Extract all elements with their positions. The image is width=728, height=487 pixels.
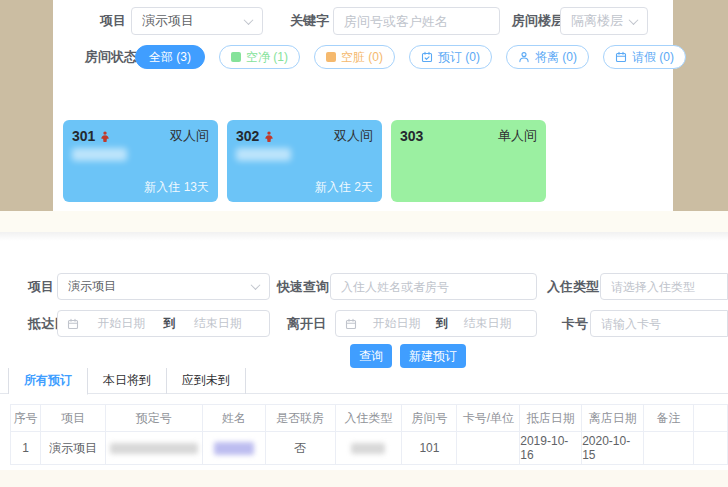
status-departing-label: 将离 (0)	[535, 49, 577, 66]
card-number-input[interactable]	[601, 317, 717, 331]
status-leave-button[interactable]: 请假 (0)	[603, 45, 686, 69]
departure-date-label: 离开日	[287, 310, 326, 337]
keyword-label: 关键字	[290, 7, 329, 35]
start-date-placeholder: 开始日期	[79, 315, 164, 332]
card-number-input-box	[590, 310, 728, 337]
status-all-label: 全部 (3)	[149, 49, 191, 66]
departure-date-range-picker[interactable]: 开始日期 到 结束日期	[335, 310, 537, 337]
header-booking-no: 预定号	[106, 405, 203, 432]
status-all-button[interactable]: 全部 (3)	[135, 45, 205, 69]
header-name: 姓名	[203, 405, 266, 432]
checkin-type-input[interactable]	[611, 280, 717, 294]
top-shadow	[0, 232, 728, 241]
cell-room-no: 101	[402, 432, 457, 465]
room-card-302[interactable]: 302 双人间 新入住 2天	[227, 120, 382, 202]
status-leave-label: 请假 (0)	[632, 49, 674, 66]
tab-all-reservations[interactable]: 所有预订	[9, 368, 88, 395]
floor-select[interactable]: 隔离楼层	[560, 7, 648, 35]
checkin-type-redacted	[351, 443, 385, 454]
table-row[interactable]: 1 演示项目 否 101 2019-10-16 2020-10-15	[10, 432, 728, 465]
tab-expected-not-arrived[interactable]: 应到未到	[167, 368, 246, 394]
range-separator: 到	[436, 315, 448, 332]
quick-search-label: 快速查询	[277, 273, 329, 300]
reservation-filter-row-1: 项目 演示项目 快速查询 入住类型	[0, 273, 728, 300]
person-icon	[518, 51, 530, 63]
cell-checkin-type	[336, 432, 403, 465]
project-select-value: 演示项目	[142, 12, 245, 30]
header-arrival-date: 抵店日期	[520, 405, 582, 432]
end-date-placeholder: 结束日期	[448, 315, 527, 332]
tab-arriving-today[interactable]: 本日将到	[88, 368, 167, 394]
cell-booking-no	[106, 432, 203, 465]
cell-extra	[694, 432, 728, 465]
status-reserved-button[interactable]: 预订 (0)	[409, 45, 492, 69]
header-remark: 备注	[644, 405, 694, 432]
green-square-icon	[231, 52, 241, 62]
guest-name-redacted	[236, 148, 291, 161]
booking-no-redacted	[110, 443, 198, 454]
occupied-person-icon	[264, 131, 274, 142]
project-label: 项目	[28, 273, 54, 300]
project-select[interactable]: 演示项目	[131, 7, 263, 35]
guest-name-redacted	[214, 442, 254, 455]
room-note: 新入住 13天	[144, 179, 209, 196]
chevron-down-icon	[244, 15, 254, 25]
header-card-unit: 卡号/单位	[457, 405, 520, 432]
cell-seq: 1	[11, 432, 41, 465]
project-label: 项目	[100, 7, 126, 35]
calendar-icon	[67, 318, 79, 330]
room-board-filter-row: 项目 演示项目 关键字 房间楼层 隔离楼层	[53, 7, 673, 35]
calendar-icon	[345, 318, 357, 330]
status-reserved-label: 预订 (0)	[438, 49, 480, 66]
arrival-date-range-picker[interactable]: 开始日期 到 结束日期	[57, 310, 270, 337]
guest-name-redacted	[72, 148, 127, 161]
cell-departure-date: 2020-10-15	[582, 432, 644, 465]
quick-search-input[interactable]	[341, 280, 526, 294]
status-departing-button[interactable]: 将离 (0)	[506, 45, 589, 69]
header-seq: 序号	[11, 405, 41, 432]
reservation-tabs: 所有预订 本日将到 应到未到	[8, 368, 246, 394]
screen: 项目 演示项目 关键字 房间楼层 隔离楼层 房间状态	[0, 0, 728, 487]
range-separator: 到	[164, 315, 176, 332]
status-vacant-clean-label: 空净 (1)	[246, 49, 288, 66]
room-board-section: 项目 演示项目 关键字 房间楼层 隔离楼层 房间状态	[0, 0, 728, 211]
room-card-303[interactable]: 303 单人间	[391, 120, 546, 202]
header-extra	[694, 405, 728, 432]
status-vacant-clean-button[interactable]: 空净 (1)	[219, 45, 300, 69]
header-room-no: 房间号	[402, 405, 457, 432]
room-card-header: 302 双人间	[236, 127, 373, 145]
checkin-type-select[interactable]	[600, 273, 728, 300]
room-card-301[interactable]: 301 双人间 新入住 13天	[63, 120, 218, 202]
floor-select-placeholder: 隔离楼层	[571, 12, 630, 30]
room-number: 302	[236, 128, 259, 144]
calendar-check-icon	[421, 51, 433, 63]
cell-project: 演示项目	[41, 432, 106, 465]
room-board-panel: 项目 演示项目 关键字 房间楼层 隔离楼层 房间状态	[53, 0, 673, 211]
cell-card-unit	[457, 432, 520, 465]
room-type: 双人间	[334, 127, 373, 145]
keyword-input[interactable]	[344, 14, 489, 29]
cell-remark	[644, 432, 694, 465]
query-button[interactable]: 查询	[350, 344, 392, 368]
status-vacant-dirty-label: 空脏 (0)	[341, 49, 383, 66]
room-status-label: 房间状态	[85, 45, 137, 69]
floor-label: 房间楼层	[512, 7, 564, 35]
cell-is-linked: 否	[266, 432, 336, 465]
section-divider-band	[0, 211, 728, 232]
reservation-filter-row-2: 抵达日 开始日期 到 结束日期 离开日 开始日期 到 结束日期 卡号	[0, 310, 728, 337]
room-note: 新入住 2天	[315, 179, 373, 196]
chevron-down-icon	[251, 280, 261, 290]
room-number: 301	[72, 128, 95, 144]
status-vacant-dirty-button[interactable]: 空脏 (0)	[314, 45, 395, 69]
new-booking-button[interactable]: 新建预订	[400, 344, 466, 368]
room-cards: 301 双人间 新入住 13天 302 双	[63, 120, 546, 202]
checkin-type-label: 入住类型	[547, 273, 599, 300]
reservation-tabs-row: 所有预订 本日将到 应到未到	[0, 368, 728, 394]
room-number: 303	[400, 128, 423, 144]
card-number-label: 卡号	[562, 310, 588, 337]
header-departure-date: 离店日期	[582, 405, 644, 432]
calendar-icon	[615, 51, 627, 63]
reservations-table: 序号 项目 预定号 姓名 是否联房 入住类型 房间号 卡号/单位 抵店日期 离店…	[10, 404, 728, 465]
start-date-placeholder: 开始日期	[357, 315, 436, 332]
project-select[interactable]: 演示项目	[57, 273, 270, 300]
